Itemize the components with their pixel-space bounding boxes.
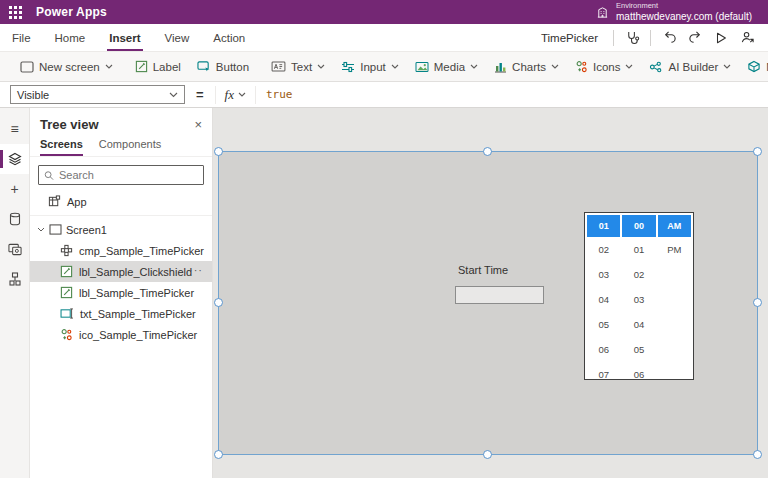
media-icon — [415, 61, 429, 73]
input-menu-button[interactable]: Input — [333, 52, 407, 81]
new-screen-icon — [20, 61, 34, 73]
menu-home[interactable]: Home — [43, 24, 98, 51]
minute-option[interactable]: 01 — [622, 237, 655, 262]
hour-option-selected[interactable]: 01 — [587, 215, 620, 237]
waffle-menu-icon[interactable] — [9, 6, 22, 19]
ai-builder-menu-button[interactable]: AI Builder — [641, 52, 739, 81]
start-time-label[interactable]: Start Time — [458, 264, 508, 276]
tree-view-title: Tree view — [40, 117, 99, 132]
tree-item-component[interactable]: cmp_Sample_TimePicker — [30, 240, 212, 261]
selection-handle-sw[interactable] — [214, 450, 223, 459]
formula-bar: Visible = fx true — [0, 82, 768, 108]
minute-option[interactable]: 06 — [622, 362, 655, 380]
data-rail-icon[interactable] — [0, 204, 29, 234]
tree-view-rail-icon[interactable] — [0, 144, 29, 174]
charts-menu-button[interactable]: Charts — [486, 52, 567, 81]
advanced-tools-rail-icon[interactable] — [0, 264, 29, 294]
tree-item-screen1[interactable]: Screen1 — [30, 219, 212, 240]
minute-option[interactable]: 02 — [622, 262, 655, 287]
tree-item-label[interactable]: lbl_Sample_TimePicker — [30, 282, 212, 303]
undo-icon[interactable] — [656, 26, 682, 50]
text-menu-button[interactable]: Text — [263, 52, 333, 81]
minutes-column: 00 01 02 03 04 05 06 — [622, 215, 655, 377]
more-options-icon[interactable]: ··· — [189, 264, 203, 276]
property-dropdown[interactable]: Visible — [10, 85, 185, 104]
tree-item-clickshield[interactable]: lbl_Sample_Clickshield ··· — [30, 261, 212, 282]
hour-option[interactable]: 02 — [587, 237, 620, 262]
insert-rail-icon[interactable]: + — [0, 174, 29, 204]
preview-play-icon[interactable] — [708, 26, 734, 50]
selection-handle-se[interactable] — [753, 450, 762, 459]
meridiem-option[interactable]: PM — [658, 237, 691, 262]
environment-switcher[interactable]: Environment matthewdevaney.com (default) — [596, 2, 752, 22]
tree-item-app[interactable]: App — [30, 191, 212, 212]
selected-clickshield-control[interactable]: Start Time 01 02 03 04 05 06 07 00 01 — [218, 151, 758, 455]
chevron-expanded-icon[interactable] — [37, 227, 45, 232]
minute-option[interactable]: 05 — [622, 337, 655, 362]
app-checker-icon[interactable] — [619, 26, 645, 50]
selection-handle-ne[interactable] — [753, 147, 762, 156]
titlebar: Power Apps Environment matthewdevaney.co… — [0, 0, 768, 24]
chevron-down-icon — [391, 64, 399, 69]
menu-file[interactable]: File — [0, 24, 43, 51]
icons-menu-button[interactable]: Icons — [567, 52, 642, 81]
time-text-input[interactable] — [455, 286, 544, 304]
environment-name: matthewdevaney.com (default) — [616, 11, 752, 23]
chevron-down-icon — [317, 64, 325, 69]
menu-insert[interactable]: Insert — [97, 24, 152, 51]
ai-builder-icon — [649, 61, 663, 73]
fx-dropdown[interactable]: fx — [215, 86, 256, 104]
hours-column: 01 02 03 04 05 06 07 — [587, 215, 620, 377]
studio-body: ≡ + Tree view × Screens Component — [0, 108, 768, 478]
hour-option[interactable]: 07 — [587, 362, 620, 380]
text-input-icon — [60, 308, 74, 319]
selection-handle-nw[interactable] — [214, 147, 223, 156]
text-icon — [271, 61, 286, 72]
menubar: File Home Insert View Action TimePicker — [0, 24, 768, 52]
chevron-down-icon — [169, 92, 178, 98]
minute-option[interactable]: 03 — [622, 287, 655, 312]
icons-icon — [575, 60, 588, 73]
mixed-reality-icon — [747, 60, 761, 73]
meridiem-column: AM PM — [658, 215, 691, 377]
share-user-icon[interactable] — [734, 26, 760, 50]
minute-option[interactable]: 04 — [622, 312, 655, 337]
hour-option[interactable]: 06 — [587, 337, 620, 362]
minute-option-selected[interactable]: 00 — [622, 215, 655, 237]
selection-handle-s[interactable] — [483, 450, 492, 459]
tab-components[interactable]: Components — [99, 138, 161, 156]
hour-option[interactable]: 05 — [587, 312, 620, 337]
selection-handle-e[interactable] — [753, 298, 762, 307]
time-picker-dropdown: 01 02 03 04 05 06 07 00 01 02 03 04 — [584, 212, 694, 380]
search-input[interactable] — [59, 169, 198, 181]
selection-handle-w[interactable] — [214, 298, 223, 307]
hour-option[interactable]: 04 — [587, 287, 620, 312]
tree-item-icon-control[interactable]: ico_Sample_TimePicker — [30, 324, 212, 345]
menu-view[interactable]: View — [153, 24, 202, 51]
charts-icon — [494, 61, 507, 73]
close-icon[interactable]: × — [194, 118, 202, 131]
divider — [650, 30, 651, 46]
chevron-down-icon — [625, 64, 633, 69]
redo-icon[interactable] — [682, 26, 708, 50]
chevron-down-icon — [238, 92, 246, 97]
tree-item-text-input[interactable]: txt_Sample_TimePicker — [30, 303, 212, 324]
menu-action[interactable]: Action — [201, 24, 257, 51]
hour-option[interactable]: 03 — [587, 262, 620, 287]
tree-search[interactable] — [38, 165, 204, 185]
label-button[interactable]: Label — [127, 52, 189, 81]
tab-screens[interactable]: Screens — [40, 138, 83, 156]
media-menu-button[interactable]: Media — [407, 52, 486, 81]
meridiem-option-selected[interactable]: AM — [658, 215, 691, 237]
button-icon — [197, 60, 211, 73]
button-button[interactable]: Button — [189, 52, 257, 81]
mixed-reality-menu-button[interactable]: Mixed Reality — [739, 52, 768, 81]
new-screen-button[interactable]: New screen — [12, 52, 121, 81]
formula-input[interactable]: true — [266, 88, 293, 101]
fx-label: fx — [225, 87, 234, 103]
label-icon — [60, 286, 73, 299]
selection-handle-n[interactable] — [483, 147, 492, 156]
media-rail-icon[interactable] — [0, 234, 29, 264]
left-rail: ≡ + — [0, 108, 30, 478]
hamburger-menu-icon[interactable]: ≡ — [0, 114, 29, 144]
